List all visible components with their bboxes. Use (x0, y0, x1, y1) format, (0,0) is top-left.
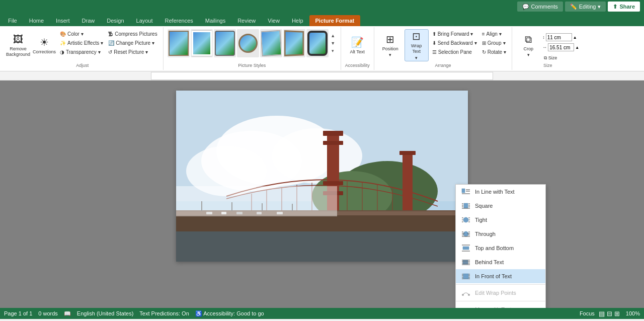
svg-rect-35 (176, 186, 337, 216)
crop-dropdown-icon: ▾ (527, 52, 530, 57)
tab-references[interactable]: References (159, 15, 199, 26)
adjust-col2: 🗜 Compress Pictures 🔄 Change Picture ▾ ↺… (107, 29, 158, 56)
pic-style-1[interactable] (168, 29, 190, 57)
tab-draw[interactable]: Draw (76, 15, 101, 26)
wrap-text-icon: ⊡ (412, 30, 421, 42)
crop-icon: ⧉ (525, 34, 532, 45)
wrap-option-inline[interactable]: In Line with Text (456, 185, 545, 199)
position-button[interactable]: ⊞ Position ▾ (378, 29, 403, 61)
position-dropdown-icon: ▾ (389, 52, 391, 57)
svg-point-56 (463, 231, 468, 236)
send-backward-dropdown-icon: ▾ (474, 40, 477, 46)
arrange-content: ⊞ Position ▾ ⊡ WrapText ▾ ⬆ Bring Forwar… (378, 28, 508, 63)
wrap-in-front-icon (461, 272, 471, 281)
tab-picture-format[interactable]: Picture Format (309, 15, 361, 26)
height-input[interactable] (546, 33, 572, 41)
pic-style-4[interactable] (237, 29, 259, 57)
focus-button[interactable]: Focus (580, 310, 595, 316)
pencil-icon: ✏️ (570, 4, 577, 10)
change-picture-button[interactable]: 🔄 Change Picture ▾ (107, 38, 158, 47)
width-spin-up[interactable]: ▲ (575, 45, 579, 50)
wrap-through-icon (461, 229, 471, 238)
alt-text-button[interactable]: 📝 Alt Text (345, 29, 369, 61)
word-count: 0 words (38, 310, 58, 316)
svg-point-49 (463, 217, 468, 222)
tab-review[interactable]: Review (231, 15, 262, 26)
pic-style-2[interactable] (191, 29, 213, 57)
tab-mailings[interactable]: Mailings (199, 15, 231, 26)
svg-rect-76 (463, 274, 468, 279)
picture-styles-gallery: ▲ ▼ ▾ (168, 29, 337, 57)
pic-style-3[interactable] (214, 29, 236, 57)
tab-help[interactable]: Help (286, 15, 309, 26)
adjust-label: Adjust (76, 63, 89, 69)
bring-forward-dropdown-icon: ▾ (470, 31, 473, 37)
gallery-down-arrow[interactable]: ▼ (330, 40, 337, 47)
rotate-dropdown-icon: ▾ (504, 49, 506, 55)
wrap-option-behind-text[interactable]: Behind Text (456, 255, 545, 269)
compress-pictures-button[interactable]: 🗜 Compress Pictures (107, 29, 158, 38)
send-backward-button[interactable]: ⬇ Send Backward ▾ (431, 38, 478, 47)
pic-style-6[interactable] (283, 29, 305, 57)
align-button[interactable]: ≡ Align ▾ (480, 29, 508, 38)
wrap-top-bottom-icon (461, 244, 471, 253)
width-input[interactable] (548, 43, 574, 51)
tab-file[interactable]: File (2, 15, 23, 26)
page-info: Page 1 of 1 (4, 310, 32, 316)
comment-icon: 💬 (522, 4, 529, 10)
wrap-option-in-front[interactable]: In Front of Text (456, 269, 545, 283)
gallery-up-arrow[interactable]: ▲ (330, 32, 337, 39)
language-indicator[interactable]: English (United States) (77, 310, 134, 316)
wrap-separator-2 (456, 301, 545, 301)
corrections-button[interactable]: ☀ Corrections (32, 29, 56, 61)
pic-style-5[interactable] (260, 29, 282, 57)
wrap-option-edit-points[interactable]: Edit Wrap Points (456, 286, 545, 300)
wrap-option-through[interactable]: Through (456, 227, 545, 241)
reset-picture-button[interactable]: ↺ Reset Picture ▾ (107, 47, 158, 56)
share-button[interactable]: ⬆ Share (608, 2, 640, 12)
svg-rect-41 (464, 203, 468, 208)
print-layout-button[interactable]: ▤ (599, 310, 605, 317)
spell-check-icon[interactable]: 📖 (64, 310, 71, 317)
wrap-behind-icon (461, 258, 471, 267)
document-page (176, 91, 468, 262)
bring-forward-button[interactable]: ⬆ Bring Forward ▾ (431, 29, 478, 38)
wrap-option-top-bottom[interactable]: Top and Bottom (456, 241, 545, 255)
horizontal-ruler (151, 72, 493, 80)
chevron-down-icon: ▾ (598, 4, 601, 10)
size-content: ⧉ Crop ▾ ↕ ▲ ↔ ▲ ⧉ Size (516, 28, 579, 63)
tab-view[interactable]: View (262, 15, 286, 26)
height-spin-up[interactable]: ▲ (573, 35, 577, 40)
size-label: Size (543, 63, 552, 69)
wrap-dropdown-icon: ▾ (415, 55, 418, 60)
crop-button[interactable]: ⧉ Crop ▾ (516, 29, 540, 61)
read-mode-button[interactable]: ⊞ (614, 310, 620, 317)
accessibility-status[interactable]: ♿ Accessibility: Good to go (195, 310, 264, 317)
wrap-text-button[interactable]: ⊡ WrapText ▾ (405, 29, 429, 61)
tab-design[interactable]: Design (101, 15, 130, 26)
wrap-edit-points-icon (461, 288, 471, 297)
size-dialog-button[interactable]: ⧉ Size (542, 53, 579, 62)
color-button[interactable]: 🎨 Color ▾ (58, 29, 105, 38)
editing-button[interactable]: ✏️ Editing ▾ (565, 2, 606, 12)
transparency-dropdown-icon: ▾ (98, 49, 101, 55)
wrap-option-move-with-text[interactable]: Move with Text (456, 302, 545, 308)
group-button[interactable]: ⊞ Group ▾ (480, 38, 508, 47)
wrap-option-square[interactable]: Square (456, 199, 545, 213)
pic-style-7[interactable] (306, 29, 329, 57)
comments-button[interactable]: 💬 Comments (517, 2, 563, 12)
svg-point-77 (462, 294, 464, 296)
tab-insert[interactable]: Insert (50, 15, 76, 26)
gallery-more-arrow[interactable]: ▾ (330, 47, 337, 54)
web-layout-button[interactable]: ⊟ (607, 310, 612, 317)
remove-background-button[interactable]: 🖼 Remove Background (6, 29, 30, 61)
rotate-button[interactable]: ↻ Rotate ▾ (480, 47, 508, 56)
transparency-button[interactable]: ◑ Transparency ▾ (58, 47, 105, 56)
wrap-option-tight[interactable]: Tight (456, 213, 545, 227)
selection-pane-button[interactable]: ☰ Selection Pane (431, 47, 478, 56)
tab-layout[interactable]: Layout (130, 15, 159, 26)
tab-home[interactable]: Home (23, 15, 50, 26)
text-predictions[interactable]: Text Predictions: On (139, 310, 189, 316)
artistic-effects-button[interactable]: ✨ Artistic Effects ▾ (58, 38, 105, 47)
size-inputs: ↕ ▲ ↔ ▲ ⧉ Size (542, 29, 579, 62)
